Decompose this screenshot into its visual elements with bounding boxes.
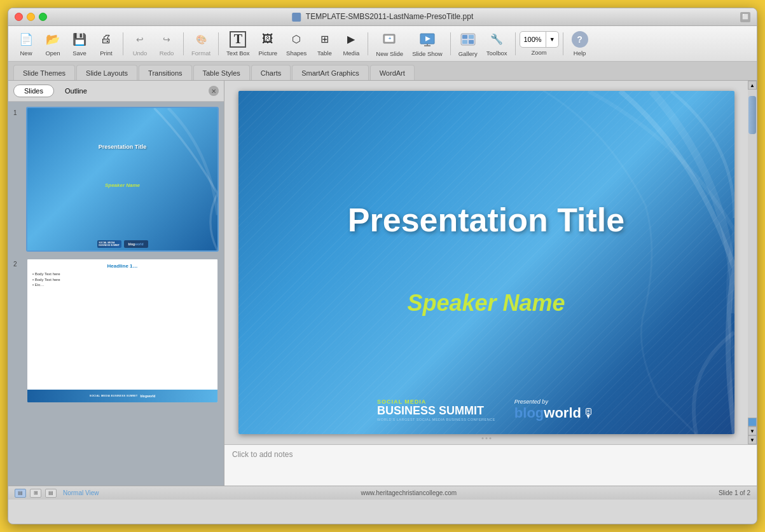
slideshow-button[interactable]: Slide Show: [408, 29, 446, 59]
help-label: Help: [574, 50, 586, 57]
tab-slide-layouts[interactable]: Slide Layouts: [76, 65, 137, 80]
slide-thumbnail-1[interactable]: Presentation Title Speaker Name SOCIAL M…: [26, 107, 219, 252]
close-panel-button[interactable]: ✕: [209, 86, 219, 96]
svg-text:+: +: [388, 36, 391, 41]
shapes-label: Shapes: [286, 50, 307, 57]
tab-charts[interactable]: Charts: [251, 65, 291, 80]
scroll-down-arrow-2[interactable]: ▼: [748, 426, 757, 435]
toolbar-sep-6: [515, 32, 516, 55]
scroll-thumb[interactable]: [748, 96, 756, 134]
close-button[interactable]: [15, 13, 23, 21]
minimize-button[interactable]: [27, 13, 35, 21]
tab-slides[interactable]: Slides: [13, 85, 54, 97]
notes-area[interactable]: Click to add notes: [224, 444, 757, 486]
slide-thumb-1: 1 Presentation Title Speaker Name: [13, 107, 219, 252]
slide-canvas-and-scroll: Presentation Title Speaker Name SOCIAL M…: [224, 81, 757, 444]
undo-button[interactable]: ↩ Undo: [127, 29, 153, 59]
tab-outline[interactable]: Outline: [54, 85, 98, 97]
scroll-down-arrow-1[interactable]: [748, 418, 757, 426]
textbox-icon: T: [230, 31, 246, 48]
picture-label: Picture: [259, 50, 278, 57]
table-button[interactable]: ⊞ Table: [312, 29, 337, 59]
slide-thumb-2: 2 Headline 1… • Body Text here • Body Te…: [13, 258, 219, 403]
slide-panel-tabs: Slides Outline ✕: [8, 81, 224, 102]
slide-info: Slide 1 of 2: [719, 489, 750, 496]
normal-view-button[interactable]: ▤: [15, 489, 26, 498]
toolbar-sep-3: [218, 32, 219, 55]
newslide-button[interactable]: + New Slide: [372, 29, 407, 59]
traffic-lights: [15, 13, 47, 21]
tab-wordart[interactable]: WordArt: [370, 65, 415, 80]
slide-main-title[interactable]: Presentation Title: [263, 201, 710, 239]
print-button[interactable]: 🖨 Print: [93, 29, 119, 59]
media-button[interactable]: ▶ Media: [338, 29, 364, 59]
slide-panel: Slides Outline ✕ 1: [8, 81, 224, 486]
slide-thumbnail-2[interactable]: Headline 1… • Body Text here • Body Text…: [26, 258, 219, 403]
table-label: Table: [317, 50, 332, 57]
tab-transitions[interactable]: Transitions: [139, 65, 191, 80]
status-bar: ▤ ⊞ ▤ Normal View www.heritagechristianc…: [8, 486, 757, 500]
scroll-up-arrow[interactable]: ▲: [748, 81, 757, 90]
window-resize-icon[interactable]: ⬜: [740, 12, 750, 22]
gallery-label: Gallery: [458, 50, 478, 57]
slide-canvas[interactable]: Presentation Title Speaker Name SOCIAL M…: [238, 91, 734, 434]
help-icon: ?: [571, 31, 589, 48]
status-left: ▤ ⊞ ▤ Normal View: [15, 489, 99, 498]
tab-smartart[interactable]: SmartArt Graphics: [292, 65, 368, 80]
toolbox-label: Toolbox: [486, 50, 507, 57]
maximize-button[interactable]: [39, 13, 47, 21]
textbox-button[interactable]: T Text Box: [223, 29, 253, 59]
ribbon-tabs: Slide Themes Slide Layouts Transitions T…: [8, 62, 757, 81]
print-icon: 🖨: [97, 31, 115, 48]
slide2-thumb-headline: Headline 1…: [27, 259, 217, 269]
redo-button[interactable]: ↪ Redo: [154, 29, 179, 59]
open-button[interactable]: 📂 Open: [40, 29, 65, 59]
slide-scrollbar-v[interactable]: ▲ ▼ ▼: [748, 81, 757, 444]
scroll-down-arrow-3[interactable]: ▼: [748, 435, 757, 444]
gallery-button[interactable]: Gallery: [455, 29, 481, 59]
redo-icon: ↪: [158, 31, 176, 48]
toolbar-sep-2: [183, 32, 184, 55]
presented-by-label: Presented by: [514, 399, 548, 405]
tab-table-styles[interactable]: Table Styles: [193, 65, 250, 80]
slide-footer: SOCIAL MEDIA BUSINESS SUMMIT WORLD'S LAR…: [263, 399, 710, 421]
open-icon: 📂: [44, 31, 62, 48]
help-button[interactable]: ? Help: [567, 29, 593, 59]
toolbar-sep-5: [450, 32, 451, 55]
shapes-button[interactable]: ⬡ Shapes: [282, 29, 310, 59]
filmstrip-view-button[interactable]: ▤: [45, 489, 57, 498]
main-content: Slides Outline ✕ 1: [8, 81, 757, 486]
app-window: TEMPLATE-SMBS2011-LastName-PresoTitle.pp…: [8, 8, 757, 524]
svg-rect-8: [462, 35, 467, 39]
new-button[interactable]: 📄 New: [13, 29, 39, 59]
slide-speaker-name[interactable]: Speaker Name: [407, 290, 565, 317]
save-button[interactable]: 💾 Save: [67, 29, 92, 59]
slide2-thumb-body: • Body Text here • Body Text here • Etc…: [27, 269, 217, 290]
format-icon: 🎨: [192, 31, 210, 48]
toolbox-button[interactable]: 🔧 Toolbox: [483, 29, 511, 59]
toolbar-sep-7: [563, 32, 563, 55]
zoom-control[interactable]: 100% ▼: [520, 31, 559, 48]
redo-label: Redo: [160, 50, 174, 57]
slide-thumb-inner-2: Headline 1… • Body Text here • Body Text…: [27, 259, 217, 402]
zoom-label: Zoom: [531, 49, 546, 56]
svg-rect-9: [469, 35, 474, 39]
blogworld-text: blogworld: [514, 405, 581, 421]
tab-slide-themes[interactable]: Slide Themes: [13, 65, 75, 80]
toolbar-sep-1: [123, 32, 123, 55]
scroll-track[interactable]: [748, 90, 757, 418]
slide-logo-smbs: SOCIAL MEDIA BUSINESS SUMMIT WORLD'S LAR…: [377, 399, 495, 421]
format-button[interactable]: 🎨 Format: [188, 29, 214, 59]
slide-logo-blogworld: Presented by blogworld 🎙: [514, 399, 595, 421]
slideshow-icon: [418, 31, 436, 48]
smbs-label-main: BUSINESS SUMMIT: [377, 405, 484, 418]
window-title-text: TEMPLATE-SMBS2011-LastName-PresoTitle.pp…: [306, 12, 473, 21]
table-icon: ⊞: [315, 31, 333, 48]
slide1-thumb-footer: SOCIAL MEDIABUSINESS SUMMIT blogworld: [27, 240, 217, 248]
grid-view-button[interactable]: ⊞: [30, 489, 41, 498]
slide-canvas-wrapper[interactable]: Presentation Title Speaker Name SOCIAL M…: [224, 81, 748, 444]
format-label: Format: [191, 50, 210, 57]
slide1-background: Presentation Title Speaker Name SOCIAL M…: [27, 108, 217, 250]
picture-button[interactable]: 🖼 Picture: [255, 29, 282, 59]
zoom-dropdown-arrow[interactable]: ▼: [546, 32, 558, 47]
